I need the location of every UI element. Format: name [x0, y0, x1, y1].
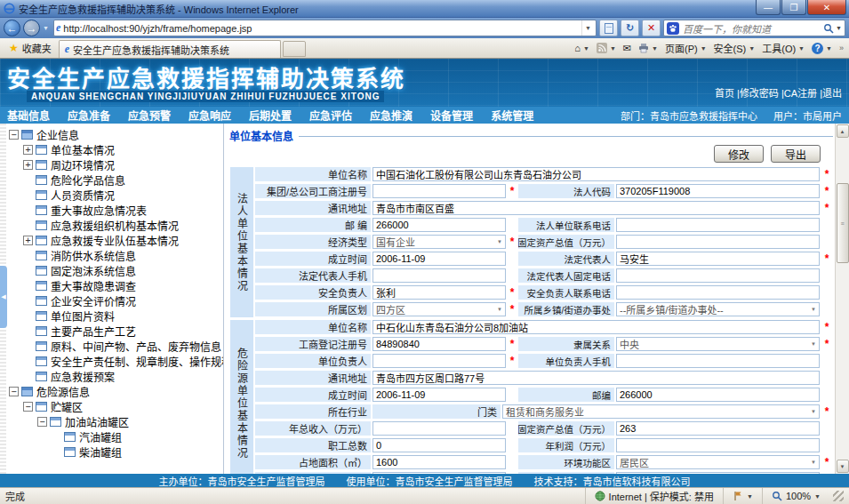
modify-button[interactable]: 修改: [714, 145, 764, 163]
field-input[interactable]: [616, 268, 820, 283]
field-input[interactable]: [616, 354, 820, 368]
tree-item[interactable]: −危险源信息: [9, 384, 223, 399]
field-input[interactable]: [372, 268, 506, 283]
field-input[interactable]: [372, 421, 506, 436]
search-dropdown-icon[interactable]: ▼: [836, 25, 842, 31]
url-field[interactable]: e http://localhost:90/yjzh/frame/homepag…: [53, 20, 597, 36]
maximize-button[interactable]: ❐: [781, 0, 806, 15]
nav-item-0[interactable]: 基础信息: [7, 108, 50, 123]
field-input[interactable]: 266000: [372, 218, 506, 232]
tree-item[interactable]: 重大事故隐患调查: [9, 278, 223, 293]
tree-item[interactable]: 应急救援预案: [9, 369, 223, 384]
collapse-icon[interactable]: −: [9, 387, 19, 396]
tree-item[interactable]: −加油站油罐区: [9, 414, 223, 429]
field-input[interactable]: 张利: [372, 285, 506, 300]
tree-item[interactable]: 固定泡沫系统信息: [9, 263, 223, 278]
field-input[interactable]: 马安生: [616, 252, 820, 266]
nav-item-1[interactable]: 应急准备: [68, 108, 110, 123]
field-input[interactable]: [616, 285, 820, 300]
tree-item[interactable]: +应急救援专业队伍基本情况: [9, 233, 223, 248]
zoom-control[interactable]: 100% ▼: [762, 488, 829, 504]
scrollbar-thumb[interactable]: ≡: [837, 183, 849, 263]
scroll-up-icon[interactable]: ▲: [837, 124, 849, 138]
privacy-button[interactable]: ▼: [723, 488, 762, 504]
export-button[interactable]: 导出: [771, 145, 821, 163]
page-menu[interactable]: 页面(P)▼: [665, 41, 707, 55]
field-input[interactable]: [616, 438, 820, 452]
vertical-scrollbar[interactable]: ▲ ≡ ▼: [835, 124, 849, 474]
help-menu[interactable]: ?▼: [812, 43, 832, 54]
close-button[interactable]: ✕: [807, 0, 846, 15]
header-link-3[interactable]: 退出: [822, 88, 842, 99]
read-mail-button[interactable]: ✉: [623, 43, 631, 54]
field-input[interactable]: 青岛市四方区周口路77号: [372, 371, 820, 385]
field-input[interactable]: 84890840: [372, 337, 506, 351]
field-input[interactable]: 中石化山东青岛石油分公司8加油站: [372, 320, 820, 334]
expand-icon[interactable]: +: [23, 145, 33, 155]
field-input[interactable]: 1600: [372, 455, 506, 469]
tree-item[interactable]: 主要产品生产工艺: [9, 324, 223, 339]
new-tab-button[interactable]: [283, 41, 306, 57]
header-link-1[interactable]: 修改密码: [740, 88, 779, 99]
home-button[interactable]: ⌂▼: [574, 43, 589, 53]
tree-item[interactable]: −企业信息: [9, 127, 223, 142]
panel-collapse-handle[interactable]: ◀: [0, 266, 7, 328]
tree-item[interactable]: 汽油罐组: [9, 429, 223, 444]
nav-item-2[interactable]: 应急预警: [128, 108, 171, 123]
nav-item-4[interactable]: 后期处置: [249, 108, 292, 123]
minimize-button[interactable]: —: [756, 0, 781, 15]
field-input[interactable]: 中国石油化工股份有限公司山东青岛石油分公司: [372, 167, 820, 181]
expand-icon[interactable]: +: [23, 236, 33, 245]
header-link-0[interactable]: 首页: [715, 88, 734, 99]
tree-item[interactable]: 单位图片资料: [9, 308, 223, 324]
field-select[interactable]: 居民区▼: [616, 455, 820, 469]
tree-item[interactable]: 重大事故应急情况表: [9, 203, 223, 218]
favorites-button[interactable]: ★ 收藏夹: [2, 38, 59, 58]
field-input[interactable]: [616, 218, 820, 232]
field-select[interactable]: 四方区▼: [372, 302, 506, 316]
tree-item[interactable]: 原料、中间产物、产品、废弃物信息: [9, 339, 223, 354]
scroll-down-icon[interactable]: ▼: [837, 460, 849, 473]
back-button[interactable]: ←: [4, 20, 20, 36]
field-input[interactable]: 2006-11-09: [372, 252, 506, 266]
field-input[interactable]: 青岛市市南区百盛: [372, 201, 820, 215]
field-select[interactable]: 国有企业▼: [372, 235, 506, 249]
collapse-icon[interactable]: −: [23, 402, 33, 412]
url-dropdown-icon[interactable]: ▼: [581, 20, 594, 36]
nav-item-6[interactable]: 应急推演: [370, 108, 412, 123]
refresh-button[interactable]: ↻: [621, 20, 639, 36]
feeds-button[interactable]: ▼: [597, 43, 616, 53]
search-go-button[interactable]: ▼: [823, 23, 842, 34]
nav-item-5[interactable]: 应急评估: [309, 108, 352, 123]
scrollbar-track[interactable]: ≡: [837, 139, 849, 459]
tree-item[interactable]: −贮罐区: [9, 399, 223, 414]
field-input[interactable]: 370205F119008: [616, 184, 820, 198]
field-input[interactable]: 0: [372, 438, 506, 452]
page-tab[interactable]: e 安全生产应急救援指挥辅助决策系统: [59, 40, 281, 58]
nav-item-3[interactable]: 应急响应: [188, 108, 231, 123]
tree-item[interactable]: +周边环境情况: [9, 157, 223, 172]
collapse-icon[interactable]: −: [9, 130, 19, 140]
tree-item[interactable]: 柴油罐组: [9, 444, 223, 460]
field-input[interactable]: 263: [616, 421, 820, 436]
print-button[interactable]: ▼: [638, 43, 658, 53]
field-select[interactable]: --所属乡镇/街道办事处--▼: [616, 302, 820, 316]
compatibility-view-button[interactable]: [599, 20, 618, 36]
tree-item[interactable]: 人员资质情况: [9, 188, 223, 203]
safety-menu[interactable]: 安全(S)▼: [714, 41, 756, 55]
tree-item[interactable]: 危险化学品信息: [9, 172, 223, 188]
header-link-2[interactable]: CA注册: [784, 88, 817, 99]
nav-item-8[interactable]: 系统管理: [491, 108, 533, 123]
expand-icon[interactable]: +: [23, 160, 33, 170]
field-input[interactable]: [616, 235, 820, 249]
field-input[interactable]: [372, 184, 506, 198]
field-input[interactable]: 266000: [616, 388, 820, 402]
tree-item[interactable]: 安全生产责任制、规章制度、操作规程信息: [9, 354, 223, 369]
tree-item[interactable]: +单位基本情况: [9, 142, 223, 157]
tree-item[interactable]: 应急救援组织机构基本情况: [9, 218, 223, 233]
stop-button[interactable]: ✕: [642, 20, 661, 36]
history-dropdown-icon[interactable]: ▼: [43, 25, 49, 31]
toolbar-overflow-icon[interactable]: »: [839, 44, 844, 52]
field-select[interactable]: 中央▼: [616, 337, 820, 351]
search-input[interactable]: 百度一下，你就知道: [683, 21, 820, 36]
